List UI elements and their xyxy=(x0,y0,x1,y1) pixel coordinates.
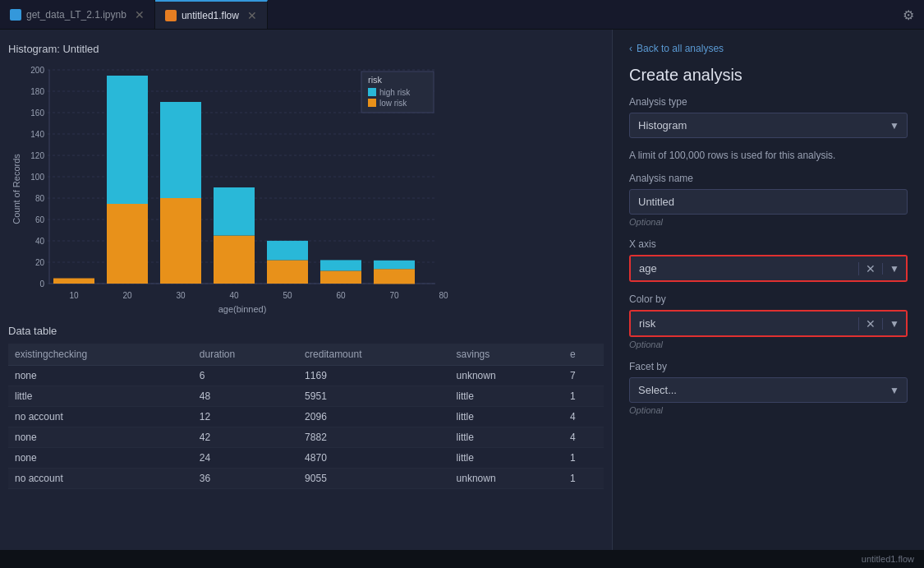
svg-text:50: 50 xyxy=(283,291,292,300)
svg-text:70: 70 xyxy=(389,291,399,300)
table-row: none427882little4 xyxy=(8,427,604,448)
svg-text:140: 140 xyxy=(30,130,44,139)
color-by-value: risk xyxy=(631,312,858,335)
table-cell: 4 xyxy=(563,407,604,427)
back-link[interactable]: ‹ Back to all analyses xyxy=(629,43,908,54)
bar-high-2 xyxy=(160,102,201,198)
svg-text:180: 180 xyxy=(30,87,44,96)
tab-notebook-close[interactable]: ✕ xyxy=(135,9,145,21)
left-panel: Histogram: Untitled Count of Records 0 xyxy=(0,30,612,568)
svg-text:high risk: high risk xyxy=(379,88,411,97)
svg-text:160: 160 xyxy=(30,109,44,118)
main-layout: Histogram: Untitled Count of Records 0 xyxy=(0,30,924,568)
data-table-section: Data table existingchecking duration cre… xyxy=(0,325,612,568)
facet-by-select-wrapper: Select... ▼ xyxy=(629,377,908,403)
table-cell: little xyxy=(450,427,563,448)
table-cell: little xyxy=(8,386,193,407)
tab-bar: get_data_LT_2.1.ipynb ✕ untitled1.flow ✕… xyxy=(0,0,924,30)
table-cell: little xyxy=(450,386,563,407)
svg-text:0: 0 xyxy=(39,279,44,289)
right-panel: ‹ Back to all analyses Create analysis A… xyxy=(612,30,924,568)
tab-notebook[interactable]: get_data_LT_2.1.ipynb ✕ xyxy=(0,0,155,29)
tab-flow-close[interactable]: ✕ xyxy=(247,10,257,21)
analysis-type-group: Analysis type Histogram Bar chart Scatte… xyxy=(629,96,908,138)
facet-by-optional: Optional xyxy=(629,405,908,415)
analysis-name-optional: Optional xyxy=(629,217,908,227)
table-cell: little xyxy=(450,407,563,427)
table-cell: 1 xyxy=(563,469,604,489)
svg-text:200: 200 xyxy=(30,66,44,75)
color-by-group: Color by risk ✕ ▼ Optional xyxy=(629,293,908,349)
analysis-name-label: Analysis name xyxy=(629,173,908,184)
gear-icon[interactable]: ⚙ xyxy=(903,7,914,22)
table-cell: 12 xyxy=(193,407,298,427)
table-cell: 36 xyxy=(193,469,298,489)
color-by-label: Color by xyxy=(629,293,908,305)
svg-text:low risk: low risk xyxy=(379,99,407,108)
table-row: none244870little1 xyxy=(8,448,604,469)
color-by-field-inner: risk ✕ ▼ xyxy=(631,312,906,335)
x-axis-dropdown-button[interactable]: ▼ xyxy=(882,263,906,275)
table-row: little485951little1 xyxy=(8,386,604,407)
svg-text:Count of Records: Count of Records xyxy=(11,154,21,224)
table-cell: 1 xyxy=(563,448,604,469)
svg-text:60: 60 xyxy=(336,291,346,300)
svg-text:age(binned): age(binned) xyxy=(218,304,267,314)
svg-text:60: 60 xyxy=(35,215,45,224)
analysis-type-select[interactable]: Histogram Bar chart Scatter plot Box plo… xyxy=(629,113,908,138)
table-cell: 24 xyxy=(193,448,298,469)
x-axis-field-wrap: age ✕ ▼ xyxy=(629,255,908,282)
table-row: no account122096little4 xyxy=(8,407,604,427)
table-cell: 5951 xyxy=(298,386,449,407)
col-header-e: e xyxy=(563,344,604,366)
notebook-icon xyxy=(10,9,21,21)
x-axis-value: age xyxy=(631,256,858,280)
chart-title: Histogram: Untitled xyxy=(8,43,595,55)
table-cell: 7 xyxy=(563,366,604,386)
bar-low-0 xyxy=(53,279,94,284)
col-header-existingchecking: existingchecking xyxy=(8,344,193,366)
col-header-savings: savings xyxy=(450,344,563,366)
svg-text:80: 80 xyxy=(439,291,448,300)
tab-notebook-label: get_data_LT_2.1.ipynb xyxy=(26,9,126,21)
bar-low-3 xyxy=(214,236,255,284)
status-text: untitled1.flow xyxy=(862,554,914,564)
x-axis-label: X axis xyxy=(629,238,908,250)
color-by-clear-button[interactable]: ✕ xyxy=(858,317,882,330)
analysis-name-input[interactable] xyxy=(629,189,908,215)
table-cell: 9055 xyxy=(298,469,449,489)
bar-high-1 xyxy=(107,76,148,204)
svg-text:10: 10 xyxy=(69,291,79,300)
svg-text:80: 80 xyxy=(35,194,45,203)
bar-high-3 xyxy=(214,187,255,236)
bar-low-5 xyxy=(320,270,361,284)
tab-flow-label: untitled1.flow xyxy=(182,10,239,21)
table-header-row: existingchecking duration creditamount s… xyxy=(8,344,604,366)
table-row: no account369055unknown1 xyxy=(8,469,604,489)
table-cell: no account xyxy=(8,407,193,427)
chart-area: Histogram: Untitled Count of Records 0 xyxy=(0,30,612,325)
color-by-optional: Optional xyxy=(629,339,908,349)
bar-high-5 xyxy=(320,260,361,270)
data-table-title: Data table xyxy=(8,325,604,337)
color-by-dropdown-button[interactable]: ▼ xyxy=(882,318,906,330)
row-limit-info: A limit of 100,000 rows is used for this… xyxy=(629,150,908,161)
table-cell: 6 xyxy=(193,366,298,386)
table-cell: none xyxy=(8,366,193,386)
histogram-chart: Count of Records 0 20 40 60 xyxy=(8,62,485,316)
table-cell: unknown xyxy=(450,366,563,386)
back-label: Back to all analyses xyxy=(637,43,724,54)
tab-flow[interactable]: untitled1.flow ✕ xyxy=(155,0,268,29)
facet-by-select[interactable]: Select... xyxy=(629,377,908,403)
flow-icon xyxy=(165,10,177,21)
col-header-duration: duration xyxy=(193,344,298,366)
table-cell: 4 xyxy=(563,427,604,448)
svg-text:20: 20 xyxy=(35,258,45,267)
bar-low-1 xyxy=(107,204,148,284)
table-cell: 1 xyxy=(563,386,604,407)
table-cell: 1169 xyxy=(298,366,449,386)
facet-by-label: Facet by xyxy=(629,361,908,372)
svg-rect-38 xyxy=(368,99,376,107)
panel-title: Create analysis xyxy=(629,66,908,85)
x-axis-clear-button[interactable]: ✕ xyxy=(858,262,882,275)
